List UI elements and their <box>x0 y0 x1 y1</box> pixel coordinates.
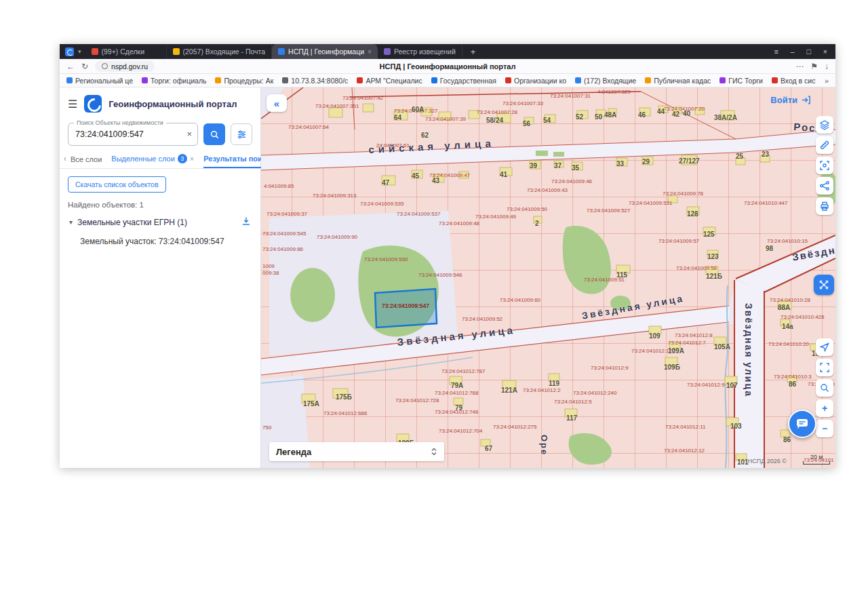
map-canvas[interactable]: 73:24:041007:4273:24:041007:35173:24:041… <box>261 87 835 468</box>
search-icon <box>210 130 220 140</box>
panel-tab-list: Все слоиВыделенные слои3×Результаты поис… <box>71 154 294 168</box>
bookmark-label: АРМ "Специалис <box>366 77 422 85</box>
panel-tabs: ‹ Все слоиВыделенные слои3×Результаты по… <box>60 149 260 169</box>
zoom-out-button[interactable]: − <box>816 420 833 437</box>
clear-search-icon[interactable]: × <box>186 129 192 139</box>
bookmark-label: Процедуры: Ак <box>224 77 273 85</box>
browser-tab[interactable]: Реестр извещений <box>378 44 462 59</box>
zoom-in-button[interactable]: + <box>816 399 833 417</box>
filter-button[interactable] <box>231 123 252 145</box>
magnifier-icon <box>819 382 830 393</box>
tabs-scroll-left-icon[interactable]: ‹ <box>64 154 68 168</box>
share-button[interactable] <box>816 177 833 195</box>
downloads-icon[interactable]: ↓ <box>825 62 829 71</box>
bookmark-item[interactable]: (172) Входящие <box>575 77 636 85</box>
window-control-maximize-icon[interactable]: □ <box>802 46 816 57</box>
drone-layer-button[interactable] <box>814 275 834 295</box>
panel-tab[interactable]: Выделенные слои3× <box>111 154 194 168</box>
legend-title: Легенда <box>276 447 311 457</box>
search-value: 73:24:041009:547 <box>68 123 197 145</box>
window-control-menu-icon[interactable]: ≡ <box>769 46 784 57</box>
browser-tab-bar: ▾ (99+) Сделки(2057) Входящие - ПочтаНСП… <box>60 44 835 59</box>
new-tab-button[interactable]: + <box>465 47 481 57</box>
tab-favicon <box>173 48 180 55</box>
map-toolbar-bottom: + − <box>816 338 833 437</box>
zoom-to-area-button[interactable] <box>816 379 833 397</box>
back-button[interactable]: ← <box>66 62 75 71</box>
bookmark-label: (172) Входящие <box>584 77 636 85</box>
bookmark-item[interactable]: Организации ко <box>505 77 566 85</box>
bookmark-flag-icon[interactable]: ⚑ <box>810 62 818 71</box>
bookmark-item[interactable]: 10.73.8.34:8080/с <box>282 77 348 85</box>
search-input[interactable]: Поиск Объекты недвижимости 73:24:041009:… <box>68 123 198 146</box>
map-toolbar-top <box>816 116 833 215</box>
bookmark-favicon <box>719 77 726 83</box>
layers-button[interactable] <box>816 116 833 134</box>
bookmark-item[interactable]: Процедуры: Ак <box>215 77 273 85</box>
chat-button[interactable] <box>788 410 816 438</box>
address-bar[interactable]: nspd.gov.ru <box>95 61 155 72</box>
result-item[interactable]: Земельный участок: 73:24:041009:547 <box>60 234 260 250</box>
window-control-close-icon[interactable]: × <box>818 46 833 57</box>
reload-button[interactable]: ↻ <box>81 62 88 71</box>
bookmark-item[interactable]: Государственная <box>431 77 496 85</box>
sliders-icon <box>237 130 247 140</box>
tab-search-chevron-icon[interactable]: ▾ <box>77 48 83 55</box>
bookmark-label: Публичная кадас <box>654 77 711 85</box>
legend-panel[interactable]: Легенда <box>269 442 444 461</box>
more-icon[interactable]: ⋯ <box>795 62 804 71</box>
panel-tab-label: Выделенные слои <box>111 155 174 163</box>
layer-group-row[interactable]: ▾ Земельные участки ЕГРН (1) <box>60 210 260 234</box>
browser-tab[interactable]: (2057) Входящие - Почта <box>167 44 273 59</box>
sidebar: ☰ Геоинформационный портал Поиск Объекты… <box>60 87 261 468</box>
login-button[interactable]: Войти <box>770 95 811 105</box>
legend-collapse-icon[interactable] <box>431 446 437 457</box>
capture-frame-icon <box>819 160 830 171</box>
selected-parcel-highlight[interactable] <box>375 289 437 328</box>
login-arrow-icon <box>801 95 811 105</box>
bookmark-item[interactable]: Вход в систему <box>772 77 816 85</box>
sidebar-header: ☰ Геоинформационный портал <box>60 87 260 119</box>
print-button[interactable] <box>816 197 833 215</box>
desktop-background: ▾ (99+) Сделки(2057) Входящие - ПочтаНСП… <box>0 0 868 613</box>
download-object-list-button[interactable]: Скачать список объектов <box>68 176 166 193</box>
page-title: НСПД | Геоинформационный портал <box>60 62 835 71</box>
chevron-down-icon[interactable]: ▾ <box>69 218 73 226</box>
scale-label: 20 м <box>810 454 823 460</box>
scale-line <box>803 461 830 464</box>
panel-tab-close-icon[interactable]: × <box>190 155 194 163</box>
layer-group-title: Земельные участки ЕГРН (1) <box>77 218 187 227</box>
bookmark-item[interactable]: Региональный це <box>66 77 133 85</box>
tab-close-icon[interactable]: × <box>368 48 372 56</box>
download-layer-icon[interactable] <box>241 216 251 228</box>
measure-button[interactable] <box>816 136 833 154</box>
bookmark-item[interactable]: Торги: официаль <box>142 77 206 85</box>
nspd-logo-icon <box>84 95 102 113</box>
share-icon <box>819 180 830 191</box>
bookmark-item[interactable]: АРМ "Специалис <box>357 77 422 85</box>
browser-tab[interactable]: НСПД | Геоинформаци× <box>272 44 378 59</box>
locate-button[interactable] <box>816 338 833 356</box>
bookmark-item[interactable]: ГИС Торги <box>719 77 763 85</box>
browser-tab[interactable]: (99+) Сделки <box>85 44 167 59</box>
bookmarks-list: Региональный цеТорги: официальПроцедуры:… <box>66 77 816 85</box>
collapse-sidebar-button[interactable]: « <box>267 94 287 112</box>
print-icon <box>819 201 830 212</box>
site-info-icon[interactable] <box>102 63 108 69</box>
bookmark-item[interactable]: Публичная кадас <box>645 77 711 85</box>
app-title: Геоинформационный портал <box>108 99 237 109</box>
bookmarks-overflow-icon[interactable]: » <box>825 77 829 85</box>
menu-hamburger-icon[interactable]: ☰ <box>68 98 77 111</box>
bookmark-favicon <box>431 77 437 83</box>
window-control-minimize-icon[interactable]: – <box>785 46 800 57</box>
window-controls: ≡–□× <box>769 46 833 57</box>
bookmark-favicon <box>215 77 221 83</box>
tab-title: (99+) Сделки <box>102 47 145 56</box>
capture-area-button[interactable] <box>816 157 833 174</box>
browser-logo-icon[interactable] <box>65 47 74 56</box>
tab-favicon <box>384 48 391 55</box>
panel-tab[interactable]: Все слои <box>71 155 102 168</box>
map-attribution: НСПД 2026 © <box>748 458 787 464</box>
search-button[interactable] <box>203 123 225 145</box>
zoom-extent-button[interactable] <box>816 359 833 376</box>
